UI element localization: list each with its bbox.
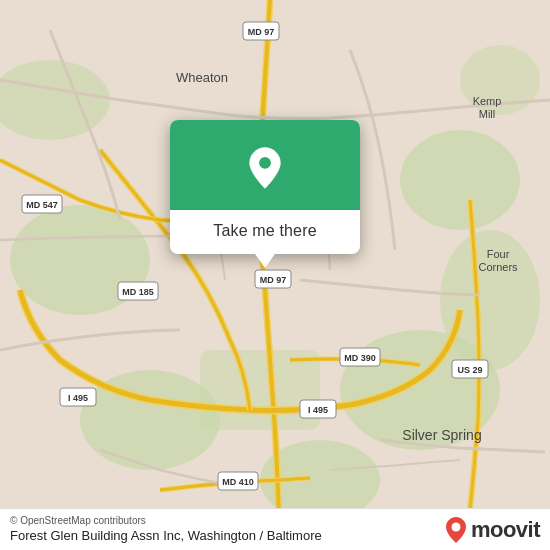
svg-text:Silver Spring: Silver Spring	[402, 427, 481, 443]
svg-text:Corners: Corners	[478, 261, 518, 273]
moovit-logo: moovit	[445, 516, 540, 544]
svg-text:MD 185: MD 185	[122, 287, 154, 297]
popup-card: Take me there	[170, 120, 360, 254]
map-background: MD 97 MD 97 MD 547 MD 185 I 495 I 495 MD…	[0, 0, 550, 550]
svg-text:MD 410: MD 410	[222, 477, 254, 487]
bottom-left-info: © OpenStreetMap contributors Forest Glen…	[10, 515, 322, 544]
place-info: Forest Glen Building Assn Inc, Washingto…	[10, 526, 322, 544]
moovit-pin-icon	[445, 516, 467, 544]
svg-text:I 495: I 495	[68, 393, 88, 403]
svg-text:US 29: US 29	[457, 365, 482, 375]
svg-text:Mill: Mill	[479, 108, 496, 120]
svg-point-2	[400, 130, 520, 230]
svg-text:MD 97: MD 97	[260, 275, 287, 285]
svg-text:MD 97: MD 97	[248, 27, 275, 37]
svg-text:MD 547: MD 547	[26, 200, 58, 210]
popup-button-section: Take me there	[170, 210, 360, 254]
moovit-text: moovit	[471, 517, 540, 543]
place-title: Forest Glen Building Assn Inc, Washingto…	[10, 528, 322, 543]
map-container: MD 97 MD 97 MD 547 MD 185 I 495 I 495 MD…	[0, 0, 550, 550]
svg-text:I 495: I 495	[308, 405, 328, 415]
svg-text:Kemp: Kemp	[473, 95, 502, 107]
svg-text:Wheaton: Wheaton	[176, 70, 228, 85]
bottom-bar: © OpenStreetMap contributors Forest Glen…	[0, 508, 550, 550]
svg-text:MD 390: MD 390	[344, 353, 376, 363]
svg-point-34	[259, 157, 271, 169]
popup-green-section	[170, 120, 360, 210]
location-pin-icon	[243, 146, 287, 190]
take-me-there-button[interactable]: Take me there	[213, 222, 316, 240]
copyright-text: © OpenStreetMap contributors	[10, 515, 322, 526]
svg-point-35	[451, 522, 460, 531]
svg-text:Four: Four	[487, 248, 510, 260]
